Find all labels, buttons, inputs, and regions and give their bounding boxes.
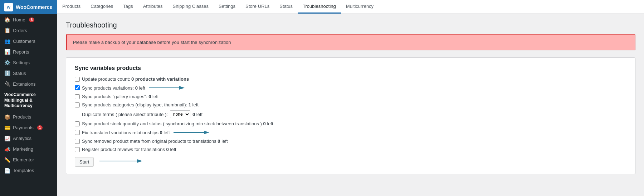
customers-icon: 👥 xyxy=(4,38,10,44)
sidebar-item-status[interactable]: ℹ️ Status xyxy=(0,68,57,79)
sidebar-item-templates[interactable]: 📄 Templates xyxy=(0,165,57,176)
start-button[interactable]: Start xyxy=(75,157,94,167)
sidebar-item-marketing[interactable]: 📣 Marketing xyxy=(0,144,57,155)
sidebar-item-extensions[interactable]: 🔌 Extensions xyxy=(0,79,57,89)
arrow-indicator-fix xyxy=(174,129,209,136)
sidebar-label-orders: Orders xyxy=(13,28,27,33)
sidebar-item-home[interactable]: 🏠 Home 6 xyxy=(0,14,57,25)
warning-banner: Please make a backup of your database be… xyxy=(66,34,635,50)
home-badge: 6 xyxy=(29,17,35,22)
tab-multicurrency[interactable]: Multicurrency xyxy=(341,0,379,14)
sync-row-update-count: Update products count: 0 products with v… xyxy=(75,76,626,82)
content-area: Troubleshooting Please make a backup of … xyxy=(57,14,644,196)
tab-status[interactable]: Status xyxy=(274,0,298,14)
sidebar-item-customers[interactable]: 👥 Customers xyxy=(0,36,57,46)
sidebar-item-elementor[interactable]: ✏️ Elementor xyxy=(0,155,57,165)
duplicate-count: 0 left xyxy=(192,112,203,117)
tab-products[interactable]: Products xyxy=(57,0,86,14)
woo-multilingual-label: WooCommerce Multilingual & Multicurrency xyxy=(4,92,53,109)
home-icon: 🏠 xyxy=(4,17,10,22)
sidebar-item-reports[interactable]: 📊 Reports xyxy=(0,46,57,57)
sync-row-variations: Sync products variations: 0 left xyxy=(75,85,626,91)
checkbox-update-count[interactable] xyxy=(75,77,80,82)
fix-variations-label: Fix translated variations relationships … xyxy=(82,130,170,135)
checkbox-fix-variations[interactable] xyxy=(75,130,80,135)
products-icon: 📦 xyxy=(4,114,10,120)
removed-meta-label: Sync removed product meta from original … xyxy=(82,139,228,144)
checkbox-reviews[interactable] xyxy=(75,147,80,152)
tab-bar: Products Categories Tags Attributes Ship… xyxy=(57,0,644,14)
tab-shipping-classes[interactable]: Shipping Classes xyxy=(168,0,214,14)
checkbox-categories[interactable] xyxy=(75,102,80,107)
sync-subrow-duplicate: Duplicate terms ( please select attribut… xyxy=(82,110,626,118)
sidebar-item-payments[interactable]: 💳 Payments 1 xyxy=(0,122,57,133)
tab-categories[interactable]: Categories xyxy=(86,0,118,14)
page-title: Troubleshooting xyxy=(66,21,635,29)
sidebar: W WooCommerce 🏠 Home 6 📋 Orders 👥 Custom… xyxy=(0,0,57,196)
sidebar-item-products[interactable]: 📦 Products xyxy=(0,112,57,122)
sidebar-label-settings: Settings xyxy=(13,60,30,65)
tab-settings[interactable]: Settings xyxy=(214,0,240,14)
settings-icon: ⚙️ xyxy=(4,60,10,65)
sidebar-label-analytics: Analytics xyxy=(13,136,31,141)
tab-store-urls[interactable]: Store URLs xyxy=(240,0,274,14)
extensions-icon: 🔌 xyxy=(4,81,10,87)
stock-label: Sync product stock quantity and status (… xyxy=(82,121,273,126)
gallery-label: Sync products "gallery images": 0 left xyxy=(82,94,158,99)
checkbox-stock[interactable] xyxy=(75,121,80,126)
svg-marker-3 xyxy=(204,131,209,134)
elementor-icon: ✏️ xyxy=(4,157,10,163)
sync-section: Sync variables products Update products … xyxy=(66,57,635,174)
sidebar-label-elementor: Elementor xyxy=(13,157,34,162)
status-icon: ℹ️ xyxy=(4,70,10,76)
sidebar-logo-label: WooCommerce xyxy=(16,4,52,10)
woocommerce-logo-icon: W xyxy=(4,3,13,11)
warning-text: Please make a backup of your database be… xyxy=(73,40,231,45)
tab-attributes[interactable]: Attributes xyxy=(138,0,168,14)
checkbox-removed-meta[interactable] xyxy=(75,139,80,144)
sync-section-title: Sync variables products xyxy=(75,65,626,71)
attribute-select[interactable]: none xyxy=(170,110,190,118)
sync-row-stock: Sync product stock quantity and status (… xyxy=(75,121,626,126)
svg-marker-5 xyxy=(137,159,142,163)
analytics-icon: 📈 xyxy=(4,136,10,141)
payments-icon: 💳 xyxy=(4,125,10,131)
start-row: Start xyxy=(75,155,626,167)
sidebar-label-home: Home xyxy=(13,17,25,22)
sidebar-item-analytics[interactable]: 📈 Analytics xyxy=(0,133,57,144)
sync-row-gallery: Sync products "gallery images": 0 left xyxy=(75,94,626,99)
payments-badge: 1 xyxy=(37,125,43,130)
tab-tags[interactable]: Tags xyxy=(118,0,138,14)
sidebar-label-marketing: Marketing xyxy=(13,146,33,152)
duplicate-label: Duplicate terms ( please select attribut… xyxy=(82,112,168,117)
sidebar-label-status: Status xyxy=(13,71,26,76)
orders-icon: 📋 xyxy=(4,27,10,33)
arrow-indicator-start xyxy=(99,158,142,164)
sidebar-item-orders[interactable]: 📋 Orders xyxy=(0,25,57,36)
sidebar-label-extensions: Extensions xyxy=(13,81,36,87)
sidebar-label-payments: Payments xyxy=(13,125,34,130)
reviews-label: Register product reviews for translation… xyxy=(82,147,176,152)
sidebar-logo[interactable]: W WooCommerce xyxy=(0,0,57,14)
sidebar-item-woo-multilingual[interactable]: WooCommerce Multilingual & Multicurrency xyxy=(0,89,57,112)
sync-row-fix-variations: Fix translated variations relationships … xyxy=(75,129,626,136)
marketing-icon: 📣 xyxy=(4,146,10,152)
sync-variations-label: Sync products variations: 0 left xyxy=(82,85,145,91)
sync-row-reviews: Register product reviews for translation… xyxy=(75,147,626,152)
sync-row-categories: Sync products categories (display type, … xyxy=(75,102,626,107)
sidebar-label-customers: Customers xyxy=(13,39,35,44)
tab-troubleshooting[interactable]: Troubleshooting xyxy=(298,0,341,14)
sidebar-item-settings[interactable]: ⚙️ Settings xyxy=(0,57,57,68)
categories-label: Sync products categories (display type, … xyxy=(82,102,199,107)
checkbox-gallery[interactable] xyxy=(75,94,80,99)
reports-icon: 📊 xyxy=(4,49,10,55)
sidebar-label-reports: Reports xyxy=(13,49,29,55)
main-content: Products Categories Tags Attributes Ship… xyxy=(57,0,644,196)
svg-marker-1 xyxy=(179,86,185,90)
update-count-label: Update products count: 0 products with v… xyxy=(82,76,189,82)
sidebar-label-templates: Templates xyxy=(13,168,34,173)
checkbox-sync-variations[interactable] xyxy=(75,85,80,90)
arrow-indicator-variations xyxy=(149,85,185,91)
sync-row-removed-meta: Sync removed product meta from original … xyxy=(75,139,626,144)
sidebar-label-products: Products xyxy=(13,114,31,120)
